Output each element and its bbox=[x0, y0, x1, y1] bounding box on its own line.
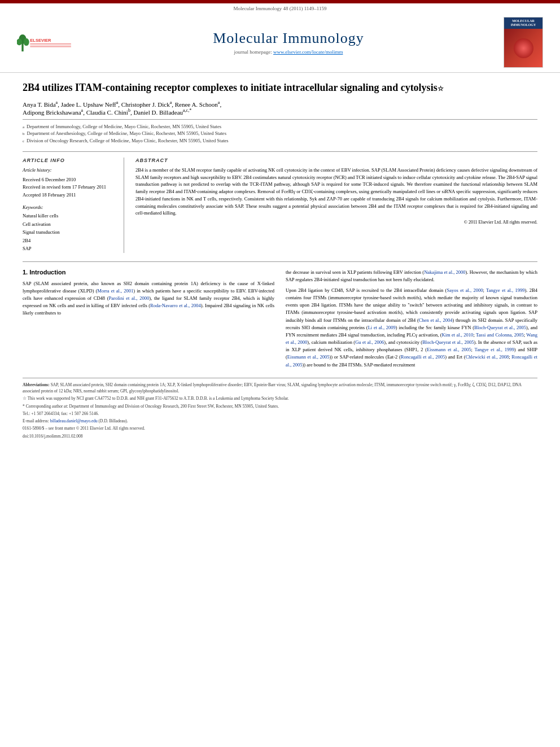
journal-citation: Molecular Immunology 48 (2011) 1149–1159 bbox=[234, 6, 327, 11]
abstract-text: 2B4 is a member of the SLAM receptor fam… bbox=[135, 167, 537, 217]
elsevier-logo: ELSEVIER bbox=[17, 28, 62, 57]
intro-left-col: 1. Introduction SAP (SLAM associated pro… bbox=[23, 269, 274, 372]
article-info-label: ARTICLE INFO bbox=[23, 158, 115, 163]
email-note: E-mail address: billadeau.daniel@mayo.ed… bbox=[23, 418, 537, 424]
affiliation-b: b Department of Anesthesiology, College … bbox=[23, 130, 537, 137]
footnotes: Abbreviations: SAP, SLAM associated prot… bbox=[23, 378, 537, 439]
star-note: ☆ This work was supported by NCI grant C… bbox=[23, 395, 537, 401]
affiliations: a Department of Immunology, College of M… bbox=[23, 119, 537, 145]
article-title: 2B4 utilizes ITAM-containing receptor co… bbox=[23, 81, 537, 94]
revised-date: Received in revised form 17 February 201… bbox=[23, 184, 115, 191]
article-info-col: ARTICLE INFO Article history: Received 6… bbox=[23, 158, 124, 253]
affiliation-c: c Division of Oncology Research, College… bbox=[23, 137, 537, 145]
abbrev-line: Abbreviations: SAP, SLAM associated prot… bbox=[23, 382, 537, 395]
corresponding-note: * Corresponding author at: Department of… bbox=[23, 403, 537, 409]
ref-roda[interactable]: Roda-Navarro et al., 2004 bbox=[150, 303, 201, 308]
journal-title: Molecular Immunology bbox=[73, 30, 504, 47]
keyword-1: Natural killer cells bbox=[23, 212, 115, 220]
ref-eissmann2[interactable]: Eissmann et al., 2005 bbox=[287, 354, 330, 360]
ref-gu[interactable]: Gu et al., 2006 bbox=[355, 339, 384, 345]
thumb-circle bbox=[514, 38, 533, 58]
ref-bloch1[interactable]: Bloch-Queyrat et al., 2005 bbox=[474, 325, 526, 330]
ref-li[interactable]: Li et al., 2009 bbox=[368, 325, 396, 330]
journal-header: ELSEVIER Molecular Immunology journal ho… bbox=[0, 12, 560, 73]
ref-tangye1[interactable]: Tangye et al., 1999 bbox=[486, 287, 525, 293]
intro-right-col: the decrease in survival seen in XLP pat… bbox=[286, 269, 537, 372]
journal-center: Molecular Immunology journal homepage: w… bbox=[73, 30, 504, 55]
ref-morra[interactable]: Morra et al., 2001 bbox=[97, 288, 133, 294]
keywords-section: Keywords: Natural killer cells Cell acti… bbox=[23, 204, 115, 252]
svg-text:ELSEVIER: ELSEVIER bbox=[30, 38, 51, 43]
ref-eissmann1[interactable]: Eissmann et al., 2005 bbox=[427, 347, 471, 352]
license-line: 0161-5890/$ – see front matter © 2011 El… bbox=[23, 425, 537, 431]
article-info-abstract: ARTICLE INFO Article history: Received 6… bbox=[23, 151, 537, 253]
ref-nakajima[interactable]: Nakajima et al., 2000 bbox=[424, 269, 465, 275]
keyword-4: 2B4 bbox=[23, 237, 115, 244]
accepted-date: Accepted 18 February 2011 bbox=[23, 191, 115, 199]
keywords-label: Keywords: bbox=[23, 204, 115, 210]
title-star: ☆ bbox=[438, 85, 444, 93]
ref-sayos[interactable]: Sayos et al., 2000 bbox=[447, 287, 483, 293]
received-date: Received 6 December 2010 bbox=[23, 176, 115, 184]
history-label: Article history: bbox=[23, 167, 115, 174]
authors-line: Anya T. Bidaa, Jadee L. Upshaw Neffa, Ch… bbox=[23, 100, 537, 115]
ref-chen[interactable]: Chen et al., 2004 bbox=[419, 317, 453, 323]
keyword-2: Cell activation bbox=[23, 220, 115, 228]
ref-chlewicki[interactable]: Chlewicki et al., 2008 bbox=[466, 354, 509, 360]
journal-homepage: journal homepage: www.elsevier.com/locat… bbox=[73, 49, 504, 55]
intro-left-text: SAP (SLAM associated protein, also known… bbox=[23, 280, 274, 317]
journal-meta: Molecular Immunology 48 (2011) 1149–1159 bbox=[0, 3, 560, 12]
affiliation-a: a Department of Immunology, College of M… bbox=[23, 123, 537, 130]
abstract-col: ABSTRACT 2B4 is a member of the SLAM rec… bbox=[135, 158, 537, 253]
keyword-5: SAP bbox=[23, 244, 115, 252]
svg-rect-0 bbox=[21, 43, 23, 51]
ref-roncagalli1[interactable]: Roncagalli et al., 2005 bbox=[401, 354, 445, 360]
intro-right-text: the decrease in survival seen in XLP pat… bbox=[286, 269, 537, 369]
thumb-image bbox=[504, 29, 542, 67]
keywords-list: Natural killer cells Cell activation Sig… bbox=[23, 212, 115, 252]
ref-tassi[interactable]: Tassi and Colonna, 2005 bbox=[476, 332, 524, 338]
abstract-label: ABSTRACT bbox=[135, 158, 537, 163]
svg-point-2 bbox=[24, 38, 29, 46]
journal-thumbnail: MOLECULARIMMUNOLOGY bbox=[504, 17, 543, 68]
keyword-3: Signal transduction bbox=[23, 228, 115, 236]
ref-parolini[interactable]: Parolini et al., 2000 bbox=[109, 295, 150, 301]
thumb-title: MOLECULARIMMUNOLOGY bbox=[504, 18, 542, 29]
ref-kim[interactable]: Kim et al., 2010 bbox=[442, 332, 474, 338]
section-divider bbox=[23, 261, 537, 262]
ref-bloch2[interactable]: Bloch-Queyrat et al., 2005 bbox=[422, 339, 474, 345]
intro-heading: 1. Introduction bbox=[23, 269, 274, 276]
article-history: Article history: Received 6 December 201… bbox=[23, 167, 115, 199]
copyright: © 2011 Elsevier Ltd. All rights reserved… bbox=[135, 220, 537, 225]
page: Molecular Immunology 48 (2011) 1149–1159… bbox=[0, 0, 560, 747]
doi-line: doi:10.1016/j.molimm.2011.02.008 bbox=[23, 433, 537, 439]
homepage-link[interactable]: www.elsevier.com/locate/molimm bbox=[273, 49, 343, 55]
tel-note: Tel.: +1 507 2664334; fax: +1 507 266 51… bbox=[23, 410, 537, 417]
introduction-section: 1. Introduction SAP (SLAM associated pro… bbox=[23, 269, 537, 372]
email-link[interactable]: billadeau.daniel@mayo.edu bbox=[50, 418, 98, 423]
ref-tangye2[interactable]: Tangye et al., 1999 bbox=[475, 347, 514, 352]
article-content: 2B4 utilizes ITAM-containing receptor co… bbox=[0, 73, 560, 449]
